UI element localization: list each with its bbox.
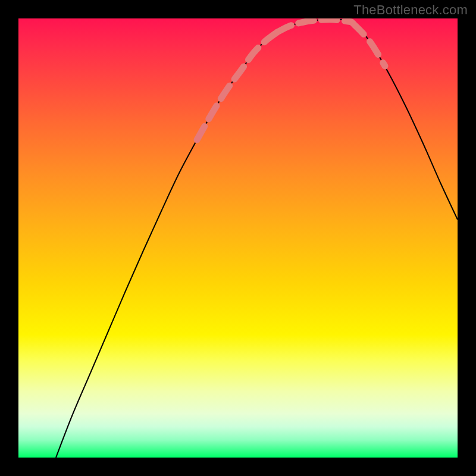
highlight-right: [353, 23, 385, 66]
highlight-left: [197, 32, 277, 140]
highlight-bottom: [277, 20, 352, 32]
watermark-text: TheBottleneck.com: [353, 2, 468, 18]
main-curve: [56, 20, 458, 458]
chart-container: TheBottleneck.com: [0, 0, 476, 476]
curve-svg: [18, 18, 458, 458]
plot-area: [18, 18, 458, 458]
